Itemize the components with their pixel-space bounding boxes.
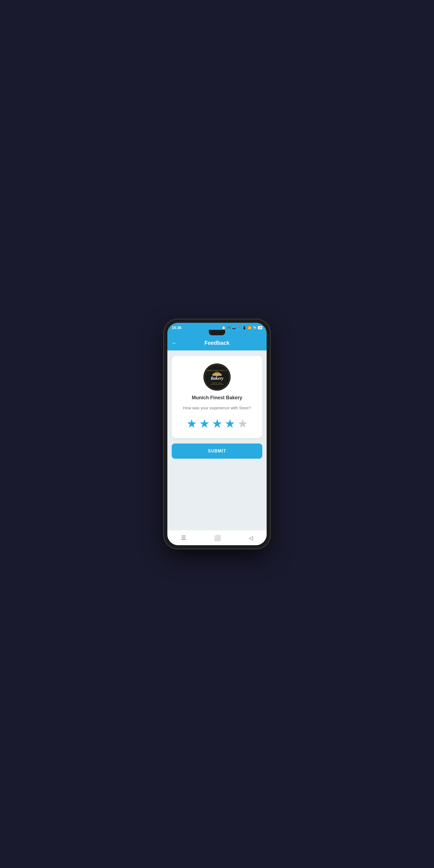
experience-question: How was your experience with Store? bbox=[183, 405, 251, 411]
notch bbox=[209, 330, 225, 335]
star-2[interactable]: ★ bbox=[199, 416, 210, 431]
phone-screen: 15:36 📋 🎮 📷 📍 📳 📶 📡 18 ← Feedback bbox=[167, 323, 267, 545]
star-3[interactable]: ★ bbox=[212, 416, 222, 431]
stars-rating[interactable]: ★ ★ ★ ★ ★ bbox=[186, 416, 248, 431]
phone-frame: 15:36 📋 🎮 📷 📍 📳 📶 📡 18 ← Feedback bbox=[164, 319, 270, 549]
svg-text:Bakery: Bakery bbox=[210, 376, 223, 381]
svg-text:SINCE 1990: SINCE 1990 bbox=[212, 382, 222, 384]
app-icon-1: 📋 bbox=[222, 326, 226, 330]
nav-back-icon[interactable]: ◁ bbox=[249, 535, 253, 541]
notch-row bbox=[167, 333, 267, 335]
app-bar: ← Feedback bbox=[167, 335, 267, 350]
signal-icon: 📡 bbox=[253, 326, 257, 330]
bottom-nav: ☰ ⬜ ◁ bbox=[167, 530, 267, 545]
bakery-logo: FRESH & BEST QUALITY Bakery SINCE 1990 bbox=[204, 364, 230, 391]
vibrate-icon: 📳 bbox=[243, 326, 246, 330]
nav-menu-icon[interactable]: ☰ bbox=[181, 535, 186, 541]
status-time: 15:36 bbox=[172, 326, 182, 330]
app-icon-2: 🎮 bbox=[227, 326, 231, 330]
content-spacer bbox=[172, 464, 262, 525]
wifi-icon: 📶 bbox=[248, 326, 251, 330]
battery-icon: 18 bbox=[258, 326, 262, 329]
star-1[interactable]: ★ bbox=[186, 416, 197, 431]
star-5[interactable]: ★ bbox=[237, 416, 248, 431]
status-icons: 📋 🎮 📷 📍 📳 📶 📡 18 bbox=[222, 326, 262, 330]
store-name: Munich Finest Bakery bbox=[192, 395, 242, 401]
content-area: FRESH & BEST QUALITY Bakery SINCE 1990 M… bbox=[167, 350, 267, 530]
app-icon-3: 📷 bbox=[232, 326, 236, 330]
submit-button[interactable]: SUBMIT bbox=[172, 443, 262, 459]
feedback-card: FRESH & BEST QUALITY Bakery SINCE 1990 M… bbox=[172, 356, 262, 438]
star-4[interactable]: ★ bbox=[225, 416, 235, 431]
svg-text:FRESH & BEST QUALITY: FRESH & BEST QUALITY bbox=[207, 370, 227, 371]
app-bar-title: Feedback bbox=[182, 340, 252, 346]
nav-home-icon[interactable]: ⬜ bbox=[214, 535, 221, 541]
location-icon: 📍 bbox=[237, 326, 241, 330]
back-button[interactable]: ← bbox=[172, 340, 177, 346]
